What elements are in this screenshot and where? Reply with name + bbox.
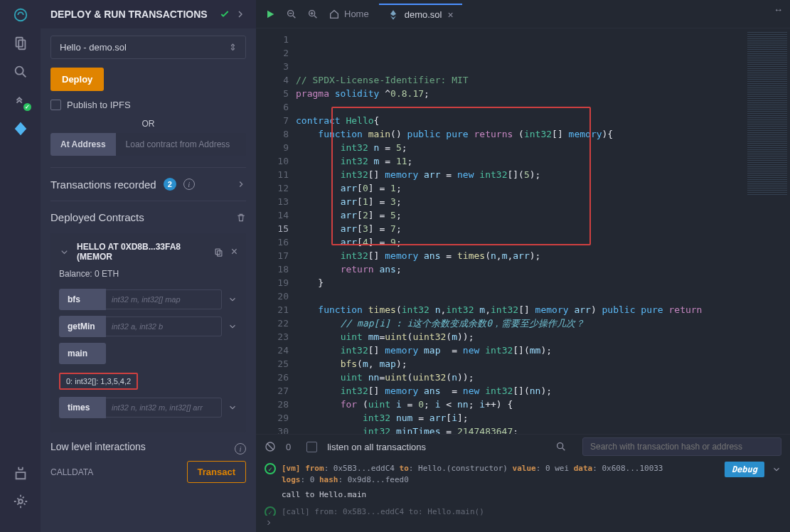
editor-area: Home demo.sol × ↔ 1234567891011121314151… (256, 0, 790, 532)
deploy-run-panel: DEPLOY & RUN TRANSACTIONS Hello - demo.s… (41, 0, 256, 532)
terminal-log-line: [call] from: 0x5B3...eddC4 to: Hello.mai… (282, 506, 781, 516)
zoom-in-icon[interactable] (307, 9, 319, 20)
fn-row-times: times int32 n, int32 m, int32[] arr (59, 397, 237, 418)
at-address-row: At Address Load contract from Address (50, 133, 246, 156)
contract-select[interactable]: Hello - demo.sol ⇕ (50, 36, 246, 59)
fn-bfs-args[interactable]: int32 m, int32[] map (106, 289, 222, 309)
chevron-right-icon[interactable] (235, 9, 246, 20)
terminal-panel: 0 listen on all transactions ✓ [vm] from… (256, 434, 790, 532)
publish-ipfs-row[interactable]: Publish to IPFS (50, 100, 246, 110)
select-arrows-icon: ⇕ (229, 42, 237, 53)
deployed-contracts-section: Deployed Contracts HELLO AT 0XD8B...33FA… (50, 201, 246, 483)
search-icon[interactable] (13, 64, 28, 80)
success-check-icon: ✓ (265, 463, 276, 474)
terminal-log-line: [vm] from: 0x5B3...eddC4 to: Hello.(cons… (282, 463, 781, 486)
search-icon[interactable] (555, 441, 567, 452)
deploy-icon[interactable] (13, 121, 28, 137)
svg-point-4 (18, 499, 23, 504)
lowlevel-row: CALLDATA Transact (50, 461, 246, 483)
info-icon[interactable]: i (183, 179, 195, 190)
calldata-label: CALLDATA (50, 467, 93, 477)
contract-select-value: Hello - demo.sol (60, 42, 229, 53)
terminal-body[interactable]: ✓ [vm] from: 0x5B3...eddC4 to: Hello.(co… (256, 459, 790, 516)
tab-label: demo.sol (405, 9, 442, 20)
chevron-down-icon[interactable] (228, 403, 237, 413)
fn-times-button[interactable]: times (59, 397, 106, 418)
chevron-down-icon[interactable] (228, 294, 237, 304)
success-check-icon: ✓ (265, 506, 276, 516)
publish-ipfs-label: Publish to IPFS (67, 100, 131, 110)
listen-checkbox[interactable] (306, 442, 317, 452)
terminal-log-line: call to Hello.main (282, 490, 781, 499)
svg-point-0 (14, 9, 26, 21)
run-icon[interactable] (265, 9, 276, 20)
solidity-icon (388, 9, 399, 21)
ban-icon[interactable] (265, 441, 276, 452)
tab-close-icon[interactable]: × (447, 9, 453, 21)
editor-toolbar: Home demo.sol × ↔ (256, 0, 790, 28)
fn-getmin-args[interactable]: int32 a, int32 b (106, 316, 222, 336)
left-icon-rail: ✓ (0, 0, 41, 532)
expand-icon[interactable]: ↔ (774, 4, 783, 15)
check-icon (219, 9, 230, 20)
file-tab[interactable]: demo.sol × (379, 4, 462, 25)
line-gutter: 1234567891011121314151617181920212223242… (256, 28, 296, 434)
trash-icon[interactable] (236, 213, 246, 223)
plugins-icon[interactable] (13, 465, 28, 481)
red-highlight-box (331, 107, 591, 245)
deploy-button[interactable]: Deploy (50, 68, 104, 91)
contract-name: HELLO AT 0XD8B...33FA8 (MEMOR (77, 242, 206, 262)
fn-row-main: main (59, 343, 237, 364)
minimap[interactable] (744, 28, 790, 434)
home-button[interactable]: Home (329, 9, 369, 20)
fn-main-button[interactable]: main (59, 343, 106, 364)
svg-point-10 (557, 443, 563, 449)
at-address-button[interactable]: At Address (50, 133, 116, 156)
terminal-search-input[interactable] (582, 437, 781, 456)
fn-getmin-button[interactable]: getMin (59, 316, 106, 337)
tx-count-badge: 2 (164, 178, 176, 191)
panel-title: DEPLOY & RUN TRANSACTIONS (50, 9, 215, 20)
lowlevel-title: Low level interactions (50, 441, 146, 452)
tx-recorded-section: Transactions recorded 2 i (50, 167, 246, 191)
code-editor[interactable]: 1234567891011121314151617181920212223242… (256, 28, 790, 434)
fn-row-getmin: getMin int32 a, int32 b (59, 316, 237, 337)
deployed-title: Deployed Contracts (50, 211, 144, 223)
terminal-footer[interactable] (256, 516, 790, 532)
logo-icon[interactable] (13, 7, 28, 23)
code-content[interactable]: // SPDX-License-Identifier: MITpragma so… (296, 28, 744, 434)
terminal-toolbar: 0 listen on all transactions (256, 435, 790, 459)
listen-label: listen on all transactions (327, 442, 426, 452)
fn-bfs-button[interactable]: bfs (59, 289, 106, 310)
panel-header: DEPLOY & RUN TRANSACTIONS (41, 0, 256, 28)
debug-button[interactable]: Debug (725, 462, 764, 477)
zoom-out-icon[interactable] (286, 9, 297, 20)
files-icon[interactable] (13, 36, 28, 51)
chevron-down-icon[interactable] (772, 464, 781, 474)
svg-rect-2 (18, 40, 25, 49)
chevron-right-icon[interactable] (236, 179, 246, 189)
copy-icon[interactable] (213, 247, 224, 257)
pending-count: 0 (286, 442, 291, 452)
contract-balance: Balance: 0 ETH (59, 269, 237, 279)
compile-icon[interactable]: ✓ (13, 92, 28, 108)
publish-ipfs-checkbox[interactable] (50, 100, 61, 110)
chevron-down-icon[interactable] (228, 321, 237, 331)
settings-gear-icon[interactable] (13, 494, 28, 509)
fn-times-args[interactable]: int32 n, int32 m, int32[] arr (106, 398, 222, 417)
or-label: OR (50, 119, 246, 129)
transact-button[interactable]: Transact (187, 461, 246, 483)
info-icon[interactable]: i (235, 443, 246, 454)
chevron-down-icon[interactable] (59, 247, 70, 257)
close-icon[interactable]: × (231, 245, 237, 258)
svg-point-3 (15, 67, 23, 75)
fn-row-bfs: bfs int32 m, int32[] map (59, 289, 237, 310)
chevron-right-icon[interactable] (265, 518, 273, 527)
svg-rect-1 (16, 38, 22, 47)
load-address-input[interactable]: Load contract from Address (116, 133, 246, 156)
tx-recorded-title: Transactions recorded (50, 179, 156, 191)
main-result-output: 0: int32[]: 1,3,5,4,2 (59, 373, 138, 390)
contract-card: HELLO AT 0XD8B...33FA8 (MEMOR × Balance:… (50, 233, 246, 432)
